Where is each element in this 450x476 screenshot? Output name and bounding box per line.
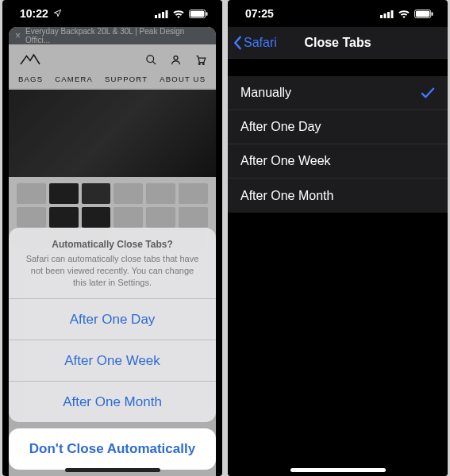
option-manually[interactable]: Manually: [228, 76, 448, 110]
svg-rect-6: [206, 12, 208, 16]
wifi-icon: [398, 10, 410, 18]
action-sheet-group: Automatically Close Tabs? Safari can aut…: [9, 228, 216, 422]
option-after-one-month[interactable]: After One Month: [228, 178, 448, 213]
home-indicator[interactable]: [290, 468, 386, 472]
phone-right: 07:25 Safari Close Tabs Manually: [228, 0, 448, 476]
svg-rect-2: [162, 12, 164, 18]
option-after-one-week[interactable]: After One Week: [9, 340, 216, 381]
svg-rect-12: [380, 15, 383, 18]
row-label: After One Week: [240, 154, 331, 168]
option-after-one-week[interactable]: After One Week: [228, 144, 448, 178]
row-label: After One Month: [240, 189, 333, 203]
svg-rect-13: [384, 13, 387, 18]
status-time: 07:25: [245, 7, 274, 20]
settings-list: Manually After One Day After One Week Af…: [228, 59, 448, 476]
svg-rect-15: [391, 10, 394, 18]
battery-icon: [414, 10, 433, 18]
status-bar: 07:25: [228, 0, 448, 27]
action-sheet-message: Safari can automatically close tabs that…: [23, 253, 202, 289]
page-title: Close Tabs: [228, 36, 448, 50]
cellular-signal-icon: [155, 10, 168, 18]
svg-rect-3: [166, 10, 168, 18]
option-after-one-day[interactable]: After One Day: [9, 298, 216, 340]
wifi-icon: [172, 10, 185, 18]
phone-left: 10:22 × Everyday Backpack 20L & 30L | Pe…: [2, 0, 222, 476]
svg-rect-18: [432, 12, 433, 16]
cancel-label: Don't Close Automatically: [29, 441, 195, 457]
status-time: 10:22: [20, 7, 48, 20]
action-sheet-header: Automatically Close Tabs? Safari can aut…: [9, 228, 216, 298]
checkmark-icon: [421, 86, 435, 99]
svg-rect-0: [155, 15, 157, 18]
row-label: After One Day: [240, 120, 321, 134]
option-label: After One Month: [63, 394, 162, 410]
status-bar: 10:22: [2, 0, 222, 27]
action-sheet: Automatically Close Tabs? Safari can aut…: [9, 228, 216, 470]
cancel-button[interactable]: Don't Close Automatically: [9, 428, 216, 470]
option-label: After One Week: [64, 353, 160, 369]
navigation-bar: Safari Close Tabs: [228, 27, 448, 59]
option-after-one-day[interactable]: After One Day: [228, 110, 448, 144]
svg-rect-5: [190, 10, 204, 16]
action-sheet-title: Automatically Close Tabs?: [23, 239, 202, 250]
option-label: After One Day: [70, 312, 156, 328]
list-group: Manually After One Day After One Week Af…: [228, 76, 448, 213]
home-indicator[interactable]: [65, 468, 160, 472]
svg-rect-14: [387, 12, 390, 18]
battery-icon: [189, 10, 208, 18]
cellular-signal-icon: [380, 10, 394, 18]
option-after-one-month[interactable]: After One Month: [9, 381, 216, 422]
location-icon: [53, 7, 62, 20]
svg-rect-17: [416, 10, 429, 16]
row-label: Manually: [240, 86, 291, 100]
svg-rect-1: [159, 13, 161, 18]
